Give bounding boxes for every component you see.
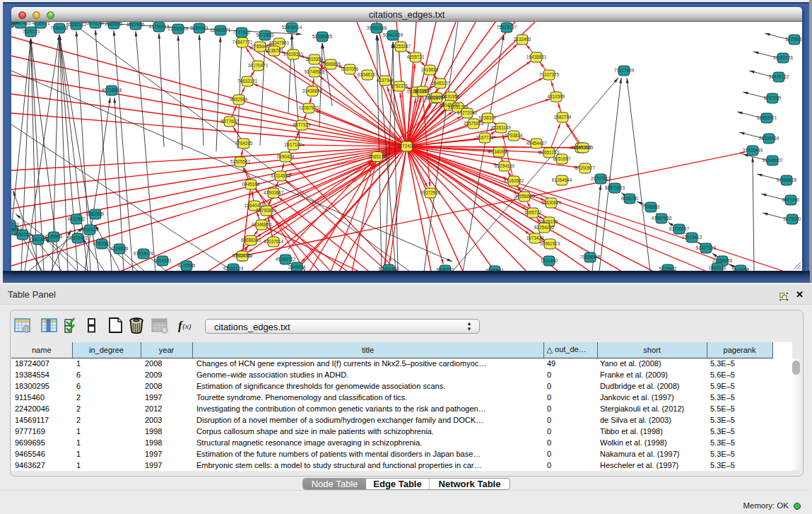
svg-text:26330434: 26330434 <box>759 136 779 141</box>
svg-text:57628331: 57628331 <box>283 52 304 57</box>
svg-text:7764265: 7764265 <box>235 141 253 146</box>
svg-text:7777412: 7777412 <box>233 30 251 35</box>
svg-text:77617409: 77617409 <box>614 68 635 73</box>
svg-text:50047439: 50047439 <box>383 33 404 37</box>
svg-text:4014193: 4014193 <box>154 258 172 263</box>
svg-text:70658948: 70658948 <box>580 255 601 259</box>
svg-text:2138783: 2138783 <box>266 48 283 53</box>
svg-text:52808414: 52808414 <box>282 25 302 30</box>
svg-text:15640410: 15640410 <box>245 203 265 208</box>
svg-text:0431955: 0431955 <box>442 94 460 99</box>
svg-text:61760313: 61760313 <box>149 24 170 29</box>
svg-text:52882001: 52882001 <box>757 115 777 120</box>
svg-text:7972761: 7972761 <box>234 253 252 258</box>
svg-text:8807290: 8807290 <box>782 197 800 202</box>
svg-text:4337344: 4337344 <box>377 78 394 83</box>
svg-text:81264644: 81264644 <box>552 177 572 182</box>
svg-text:87161682: 87161682 <box>504 178 524 183</box>
svg-text:96572492: 96572492 <box>68 235 88 240</box>
svg-text:5873557: 5873557 <box>414 88 432 93</box>
svg-text:10497465: 10497465 <box>11 22 31 25</box>
svg-text:5326502: 5326502 <box>659 267 677 271</box>
svg-text:1582794: 1582794 <box>554 115 572 119</box>
svg-text:1311440: 1311440 <box>541 258 558 263</box>
svg-text:4170586: 4170586 <box>178 263 196 268</box>
svg-text:92083124: 92083124 <box>223 266 244 271</box>
svg-text:52427316: 52427316 <box>696 245 717 250</box>
svg-text:91031776: 91031776 <box>448 105 469 110</box>
svg-text:2344834: 2344834 <box>288 264 306 269</box>
svg-text:4655721: 4655721 <box>407 54 425 59</box>
svg-text:4236671: 4236671 <box>33 22 50 25</box>
svg-text:34170471: 34170471 <box>248 63 269 68</box>
svg-text:51163726: 51163726 <box>773 55 793 60</box>
svg-text:7529170: 7529170 <box>23 29 40 34</box>
svg-text:16438831: 16438831 <box>526 54 547 59</box>
svg-text:7598983: 7598983 <box>642 204 660 209</box>
svg-text:50749528: 50749528 <box>305 69 325 74</box>
svg-text:8682889: 8682889 <box>87 211 105 216</box>
svg-text:6236107: 6236107 <box>479 115 497 120</box>
svg-text:1462016: 1462016 <box>709 265 726 270</box>
svg-text:65294130: 65294130 <box>495 163 515 168</box>
svg-text:18724007: 18724007 <box>397 144 418 148</box>
svg-text:74847771: 74847771 <box>233 40 253 45</box>
svg-text:20707413: 20707413 <box>591 176 611 181</box>
svg-text:2685995: 2685995 <box>105 22 123 26</box>
svg-text:69372930: 69372930 <box>420 190 441 195</box>
svg-text:82651233: 82651233 <box>539 150 560 155</box>
svg-text:36630626: 36630626 <box>541 200 562 205</box>
svg-text:6786843: 6786843 <box>486 268 504 271</box>
svg-text:50961923: 50961923 <box>540 241 560 246</box>
svg-text:5815354: 5815354 <box>306 57 324 62</box>
svg-text:7414333: 7414333 <box>11 222 19 227</box>
svg-text:04956605: 04956605 <box>514 194 535 199</box>
svg-text:83726167: 83726167 <box>669 226 690 231</box>
svg-text:46493665: 46493665 <box>573 145 594 150</box>
svg-text:4431982: 4431982 <box>68 216 86 221</box>
svg-text:3167723: 3167723 <box>476 135 494 140</box>
svg-text:8838737: 8838737 <box>437 267 454 271</box>
svg-text:39548620: 39548620 <box>763 158 783 163</box>
svg-text:1695722: 1695722 <box>524 210 542 215</box>
svg-text:0826199: 0826199 <box>541 219 558 224</box>
svg-text:31925449: 31925449 <box>743 148 763 153</box>
svg-text:8907866: 8907866 <box>127 22 145 27</box>
svg-text:23268656: 23268656 <box>712 258 733 263</box>
svg-text:51505561: 51505561 <box>230 159 251 164</box>
svg-text:67272042: 67272042 <box>457 110 478 115</box>
svg-text:5379907: 5379907 <box>786 37 802 42</box>
svg-text:62459571: 62459571 <box>211 28 231 33</box>
svg-text:9310025: 9310025 <box>81 227 99 232</box>
svg-text:8452984: 8452984 <box>230 97 248 102</box>
svg-text:20340930: 20340930 <box>489 149 510 154</box>
svg-text:13613412: 13613412 <box>682 235 702 240</box>
svg-text:2565178: 2565178 <box>369 154 387 159</box>
svg-text:31436676: 31436676 <box>302 88 323 93</box>
svg-text:85261149: 85261149 <box>491 125 511 130</box>
svg-text:2332493: 2332493 <box>514 37 531 42</box>
svg-text:49340722: 49340722 <box>276 257 296 262</box>
svg-text:70107375: 70107375 <box>539 72 560 77</box>
svg-text:4310399: 4310399 <box>548 94 565 99</box>
svg-text:43900847: 43900847 <box>264 190 284 195</box>
svg-text:5472803: 5472803 <box>257 33 274 37</box>
svg-text:6537056: 6537056 <box>341 66 359 71</box>
svg-text:46347861: 46347861 <box>269 40 290 45</box>
svg-text:63048137: 63048137 <box>358 72 378 77</box>
svg-text:5377602: 5377602 <box>221 119 239 124</box>
svg-text:70455853: 70455853 <box>11 227 23 232</box>
svg-text:6877313: 6877313 <box>293 122 311 127</box>
svg-text:40718818: 40718818 <box>102 88 122 93</box>
svg-text:51676122: 51676122 <box>769 74 789 79</box>
svg-text:82450400: 82450400 <box>379 267 399 271</box>
svg-text:11253287: 11253287 <box>391 44 411 49</box>
svg-text:6793814: 6793814 <box>505 133 523 138</box>
svg-text:40037614: 40037614 <box>264 239 284 244</box>
svg-text:8051697: 8051697 <box>553 156 571 161</box>
svg-text:(x): (x) <box>182 322 192 331</box>
svg-text:42346853: 42346853 <box>252 222 272 227</box>
svg-text:82254282: 82254282 <box>534 225 555 230</box>
svg-text:8159013: 8159013 <box>191 25 208 30</box>
svg-text:4264628: 4264628 <box>111 246 129 251</box>
